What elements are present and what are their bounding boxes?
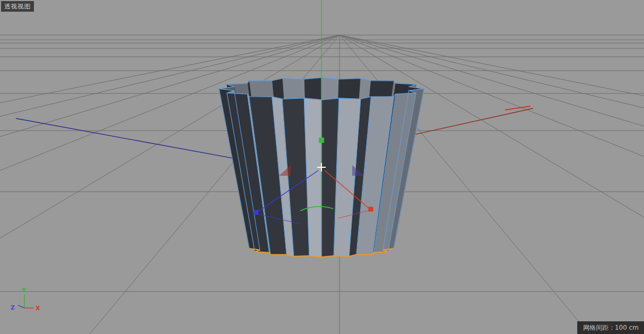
viewport-3d[interactable]: 透视视图 Y X Z 网格间距 : 100 cm — [0, 0, 644, 334]
z-axis-handle[interactable] — [254, 210, 259, 215]
y-axis-handle[interactable] — [319, 138, 324, 143]
axis-label-x: X — [36, 305, 40, 312]
viewport-label[interactable]: 透视视图 — [1, 1, 34, 12]
x-axis-handle[interactable] — [369, 207, 373, 212]
world-axis-indicator: Y X Z — [10, 286, 57, 313]
axis-label-z: Z — [11, 304, 15, 311]
grid-spacing-badge: 网格间距 : 100 cm — [577, 321, 644, 334]
axis-label-y: Y — [21, 287, 27, 294]
scene-canvas[interactable] — [0, 0, 644, 334]
world-x-axis-tick — [505, 106, 530, 110]
axis-indicator-z-line — [18, 305, 24, 308]
